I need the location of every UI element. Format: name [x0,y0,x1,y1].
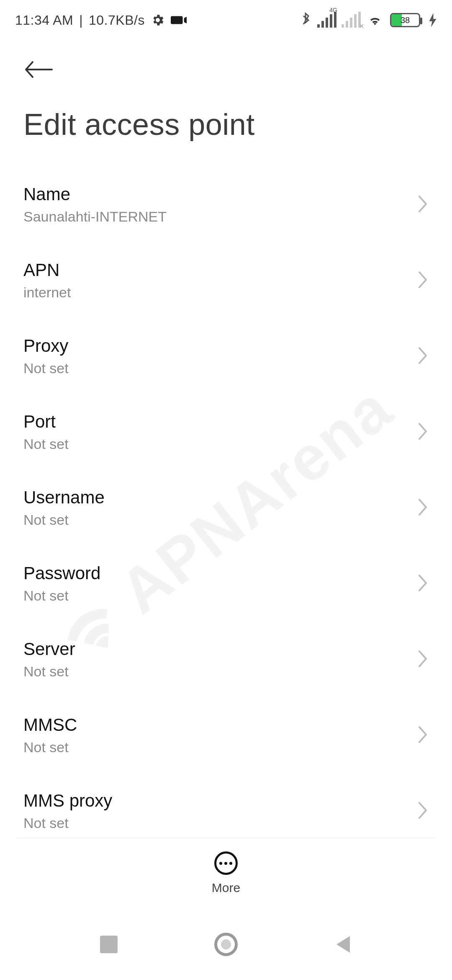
chevron-right-icon [418,498,429,518]
bottom-action-bar: More [0,838,452,909]
apn-settings-list: Name Saunalahti-INTERNET APN internet Pr… [0,167,452,849]
wifi-icon [366,13,384,28]
triangle-left-icon [335,934,352,954]
row-proxy[interactable]: Proxy Not set [23,318,429,394]
row-mmsc[interactable]: MMSC Not set [23,697,429,773]
signal-2-icon: ✕ [342,13,360,28]
signal-1-icon: 4G [317,13,336,28]
status-netspeed: 10.7KB/s [89,13,145,28]
chevron-right-icon [418,650,429,670]
row-label: Server [23,639,403,659]
nav-home-button[interactable] [209,928,243,961]
square-icon [100,936,118,953]
row-value: Not set [23,663,403,680]
chevron-right-icon [418,725,429,745]
row-name[interactable]: Name Saunalahti-INTERNET [23,167,429,242]
row-label: MMSC [23,715,403,735]
nav-recent-button[interactable] [92,928,126,961]
gear-icon [151,13,165,27]
status-sep: | [79,13,83,28]
status-bar: 11:34 AM | 10.7KB/s 4G ✕ 38 [0,0,452,40]
row-label: Name [23,184,403,204]
page-title: Edit access point [23,107,429,142]
status-time: 11:34 AM [15,13,73,28]
more-label: More [212,881,240,895]
row-label: Password [23,563,403,583]
row-label: Proxy [23,336,403,356]
row-label: MMS proxy [23,791,403,811]
row-value: Not set [23,436,403,452]
row-value: Not set [23,360,403,377]
row-value: Not set [23,739,403,756]
row-password[interactable]: Password Not set [23,546,429,622]
chevron-right-icon [418,195,429,215]
chevron-right-icon [418,422,429,442]
row-value: Not set [23,815,403,831]
row-value: Not set [23,588,403,604]
row-label: Port [23,412,403,432]
row-server[interactable]: Server Not set [23,622,429,697]
chevron-right-icon [418,801,429,821]
row-label: Username [23,487,403,508]
more-button[interactable]: More [212,851,240,895]
nav-back-button[interactable] [326,928,360,961]
row-label: APN [23,260,403,280]
system-nav-bar [0,909,452,980]
row-username[interactable]: Username Not set [23,470,429,546]
row-port[interactable]: Port Not set [23,394,429,470]
more-icon [214,851,238,875]
chevron-right-icon [418,574,429,594]
battery-pct: 38 [391,15,419,25]
row-apn[interactable]: APN internet [23,242,429,318]
back-button[interactable] [23,54,54,85]
camera-icon [171,14,187,26]
circle-icon [214,933,238,956]
chevron-right-icon [418,346,429,366]
charging-icon [429,13,437,27]
row-value: internet [23,284,403,301]
chevron-right-icon [418,271,429,291]
battery-icon: 38 [390,13,420,27]
row-value: Not set [23,512,403,528]
row-value: Saunalahti-INTERNET [23,209,403,225]
bluetooth-icon [300,12,311,28]
